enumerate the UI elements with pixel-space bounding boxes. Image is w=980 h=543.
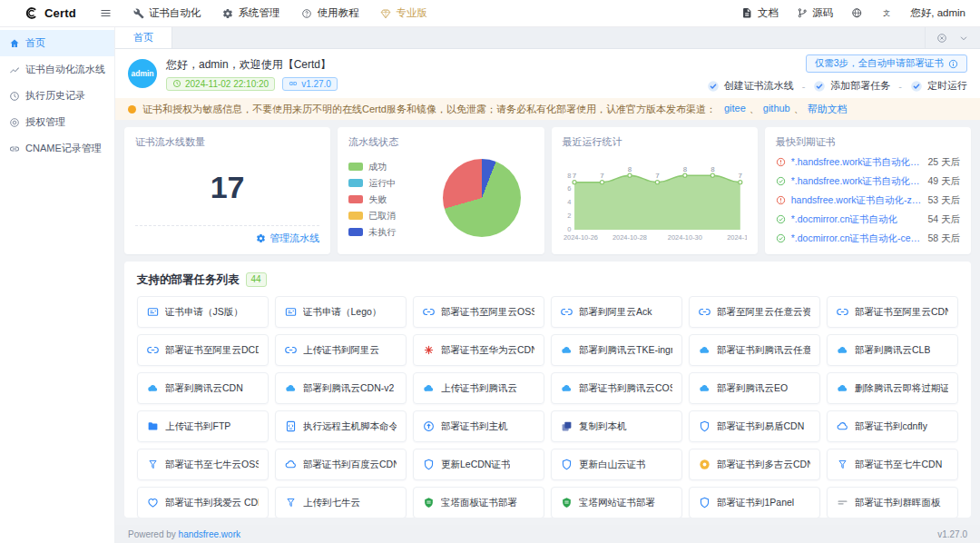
task-label: 部署证书到多吉云CDN bbox=[717, 459, 810, 471]
page-content: admin 您好，admin，欢迎使用【Certd】 2024-11-02 22… bbox=[115, 49, 980, 525]
task-card[interactable]: 部署到腾讯云CDN-v2 bbox=[275, 372, 407, 404]
handsfree-link[interactable]: handsfree.work bbox=[179, 529, 240, 539]
task-card[interactable]: 执行远程主机脚本命令 bbox=[275, 410, 407, 442]
tab-home[interactable]: 首页 bbox=[115, 27, 172, 48]
task-card[interactable]: 宝塔网站证书部署 bbox=[551, 487, 682, 518]
task-card[interactable]: 部署证书到我爱云 CDN bbox=[137, 487, 269, 518]
qiniu-icon bbox=[147, 459, 159, 470]
top-nav-pro[interactable]: 专业版 bbox=[380, 6, 427, 20]
sidebar-item[interactable]: 证书自动化流水线 bbox=[0, 56, 114, 83]
question-icon bbox=[301, 8, 312, 19]
sidebar-item[interactable]: CNAME记录管理 bbox=[0, 135, 114, 162]
sidebar-item[interactable]: 执行历史记录 bbox=[0, 83, 114, 109]
task-card[interactable]: 部署至阿里云任意云资源 bbox=[689, 296, 820, 328]
info-icon bbox=[948, 59, 958, 69]
task-card[interactable]: 部署到阿里云Ack bbox=[551, 296, 682, 328]
task-card[interactable]: 部署证书至阿里云DCDN bbox=[137, 334, 269, 366]
task-card[interactable]: 证书申请（JS版） bbox=[137, 296, 269, 328]
task-card[interactable]: 部署证书到多吉云CDN bbox=[689, 449, 820, 480]
task-card[interactable]: 部署证书至华为云CDN bbox=[413, 334, 544, 366]
powered-by-text: Powered by bbox=[128, 529, 176, 539]
sidebar-item[interactable]: 授权管理 bbox=[0, 109, 114, 135]
brand[interactable]: Certd bbox=[24, 5, 76, 21]
notice-link[interactable]: gitee bbox=[724, 103, 746, 116]
task-card[interactable]: 复制到本机 bbox=[551, 410, 682, 442]
task-card[interactable]: 部署证书至阿里云OSS bbox=[413, 296, 544, 328]
user-greeting[interactable]: 您好, admin bbox=[910, 6, 965, 20]
recent-run-chart: 024682024-10-262024-10-282024-10-302024-… bbox=[563, 149, 747, 246]
qiniu-icon bbox=[285, 497, 297, 508]
certificate-link[interactable]: handsfree.work证书自动化-zerossl bbox=[791, 194, 923, 207]
task-card[interactable]: 部署到腾讯云TKE-ingress bbox=[551, 334, 682, 366]
task-card[interactable]: 证书申请（Lego） bbox=[275, 296, 407, 328]
task-card[interactable]: 部署证书到易盾CDN bbox=[689, 410, 820, 442]
task-card[interactable]: 部署到腾讯云CLB bbox=[827, 334, 958, 366]
avatar[interactable]: admin bbox=[128, 59, 157, 88]
certificate-link[interactable]: *.handsfree.work证书自动化--zerossl bbox=[791, 175, 923, 188]
task-card[interactable]: 部署证书到群晖面板 bbox=[827, 487, 958, 518]
welcome-right: 仅需3步，全自动申请部署证书 创建证书流水线-添加部署任务-定时运行 bbox=[707, 54, 967, 93]
task-card[interactable]: 更新白山云证书 bbox=[551, 449, 682, 480]
notice-link[interactable]: github bbox=[763, 103, 790, 116]
task-grid: 证书申请（JS版）证书申请（Lego）部署证书至阿里云OSS部署到阿里云Ack部… bbox=[137, 296, 958, 518]
source-link[interactable]: 源码 bbox=[797, 6, 834, 20]
task-card[interactable]: 部署到腾讯云CDN bbox=[137, 372, 269, 404]
certificate-link[interactable]: *.docmirror.cn证书自动化-certd-doc bbox=[791, 232, 923, 245]
quick-step[interactable]: 定时运行 bbox=[910, 79, 967, 93]
notice-link[interactable]: 帮助文档 bbox=[808, 103, 848, 116]
task-card[interactable]: 部署证书到cdnfly bbox=[827, 410, 958, 442]
promo-badge[interactable]: 仅需3步，全自动申请部署证书 bbox=[806, 54, 967, 73]
task-card[interactable]: 部署证书至七牛CDN bbox=[827, 449, 958, 480]
task-label: 部署证书到百度云CDN bbox=[303, 459, 397, 471]
globe-button[interactable] bbox=[851, 7, 863, 19]
task-card[interactable]: 上传证书到阿里云 bbox=[275, 334, 407, 366]
task-label: 部署证书至七牛CDN bbox=[855, 459, 942, 471]
version-badge[interactable]: v1.27.0 bbox=[282, 77, 338, 91]
task-card[interactable]: 部署证书到百度云CDN bbox=[275, 449, 407, 480]
task-label: 部署证书到cdnfly bbox=[855, 420, 927, 433]
task-card[interactable]: 上传到七牛云 bbox=[275, 487, 407, 518]
menu-icon[interactable] bbox=[100, 7, 112, 19]
gear-icon bbox=[256, 233, 266, 243]
qcloud-icon bbox=[699, 344, 710, 356]
certificate-link[interactable]: *.handsfree.work证书自动化-lego bbox=[791, 156, 923, 169]
top-nav-pipeline[interactable]: 证书自动化 bbox=[133, 6, 201, 20]
sidebar-item-label: CNAME记录管理 bbox=[25, 142, 102, 155]
docs-link[interactable]: 文档 bbox=[741, 6, 779, 20]
task-card[interactable]: 删除腾讯云即将过期证书 bbox=[827, 372, 958, 404]
top-nav-tutorial[interactable]: 使用教程 bbox=[301, 6, 358, 20]
quick-step[interactable]: 创建证书流水线 bbox=[707, 79, 794, 93]
svg-text:7: 7 bbox=[600, 172, 603, 180]
main-area: 首页 admin 您好，admin，欢迎使用【Certd】 2024-11-02… bbox=[115, 27, 980, 543]
heart-icon bbox=[147, 497, 159, 508]
task-card[interactable]: 上传证书到FTP bbox=[137, 410, 269, 442]
task-card[interactable]: 部署证书到腾讯云任意云资源 bbox=[689, 334, 820, 366]
task-card[interactable]: 宝塔面板证书部署 bbox=[413, 487, 544, 518]
svg-text:8: 8 bbox=[627, 165, 632, 173]
task-card[interactable]: 部署证书到主机 bbox=[413, 410, 544, 442]
close-tabs-icon[interactable] bbox=[936, 33, 947, 44]
task-card[interactable]: 更新LeCDN证书 bbox=[413, 449, 544, 480]
task-card[interactable]: 部署证书至七牛云OSS bbox=[137, 449, 269, 480]
sidebar-item[interactable]: 首页 bbox=[0, 30, 114, 56]
tab-menu-chevron-icon[interactable] bbox=[958, 33, 969, 44]
svg-text:4: 4 bbox=[567, 198, 571, 206]
footer: Powered by handsfree.work v1.27.0 bbox=[115, 525, 980, 543]
task-card[interactable]: 部署到腾讯云EO bbox=[689, 372, 820, 404]
language-button[interactable]: 文 bbox=[881, 7, 893, 19]
top-nav-system[interactable]: 系统管理 bbox=[222, 6, 279, 20]
manage-pipelines-link[interactable]: 管理流水线 bbox=[256, 232, 319, 245]
expiry-row: *.docmirror.cn证书自动化-certd-doc58 天后 bbox=[776, 231, 960, 246]
task-card[interactable]: 部署证书至阿里云CDN bbox=[827, 296, 958, 328]
task-card[interactable]: 上传证书到腾讯云 bbox=[413, 372, 544, 404]
branch-icon bbox=[797, 7, 808, 19]
sidebar-item-label: 执行历史记录 bbox=[25, 89, 85, 103]
shield-icon bbox=[423, 459, 435, 470]
task-label: 上传证书到腾讯云 bbox=[441, 382, 517, 395]
task-card[interactable]: 部署证书到腾讯云COS bbox=[551, 372, 682, 404]
task-card[interactable]: 部署证书到1Panel bbox=[689, 487, 820, 518]
certificate-link[interactable]: *.docmirror.cn证书自动化 bbox=[791, 213, 923, 226]
quick-step[interactable]: 添加部署任务 bbox=[813, 79, 890, 93]
card-title: 最快到期证书 bbox=[776, 135, 960, 149]
topbar-link-label: 文档 bbox=[758, 6, 779, 20]
